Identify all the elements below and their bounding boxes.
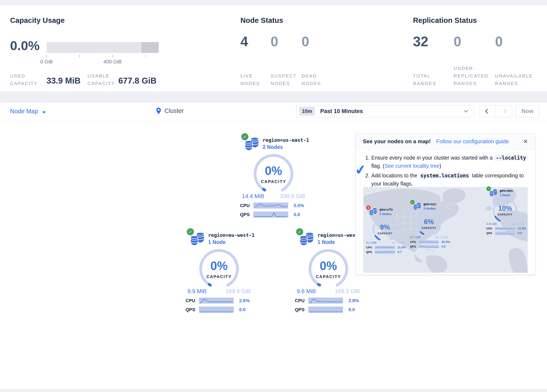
map-pin-icon [156,108,161,114]
system-locations-code: system.locations [419,172,471,179]
close-icon[interactable]: ✕ [523,138,528,145]
capacity-bar [47,42,159,53]
qps-sparkline [253,212,288,218]
status-ok-icon: ✓ [187,228,194,235]
usable-capacity-label: USABLECAPACITY [88,72,115,87]
status-ok-icon: ✓ [486,186,491,191]
gauge-capacity-label: CAPACITY [308,274,349,279]
qps-sparkline [308,307,343,313]
node-status-title: Node Status [240,16,283,25]
cpu-value: 11.0% [395,246,409,249]
capacity-bar-reserved [141,42,159,53]
map-region-group-nyc[interactable]: ✓ geo=nyc 2 Nodes 6% CAPACITY 3.7 GiB 65… [410,201,456,248]
capacity-gauge: 6% CAPACITY [416,211,442,235]
time-range-select[interactable]: 10m Past 10 Minutes [296,105,474,117]
breadcrumb-label: Cluster [164,107,184,114]
map-region-group-ams[interactable]: ✓ geo=ams 1 Node 10% CAPACITY 3.6 GiB 34… [486,188,532,235]
region-node-count[interactable]: 1 Node [208,239,255,245]
qps-label: QPS [486,232,495,235]
qps-value: 4.7 [395,250,409,254]
gauge-percent: 0% [308,259,349,273]
region-node-count[interactable]: 2 Nodes [379,212,393,216]
region-group-us-east-1[interactable]: ✓ region=us-east-1 2 Nodes 0% CAPACITY 1… [240,135,307,218]
gauge-capacity-label: CAPACITY [372,232,398,235]
gauge-percent: 0% [198,259,240,273]
region-label: region=us-east-1 [263,137,309,143]
live-nodes-label: LIVENODES [240,72,260,87]
setup-step-2: 2. Add locations to the system.locations… [364,172,528,188]
dead-nodes-label: DEADNODES [301,72,321,87]
cpu-value: 12.3% [515,227,529,230]
qps-sparkline [375,250,395,254]
blue-check-icon: ✔ [354,161,367,179]
region-node-count[interactable]: 2 Nodes [263,144,309,150]
gauge-percent: 10% [492,204,518,212]
capacity-gauge: 0% CAPACITY [198,248,240,288]
qps-sparkline [495,232,515,235]
qps-sparkline [419,245,439,248]
region-group-eu-west-1[interactable]: ✓ region=eu-west-1 1 Node 0% CAPACITY 9.… [185,230,253,313]
chevron-down-icon [464,109,468,112]
qps-value: 0.0 [515,231,529,235]
qps-value: 0.0 [343,307,364,312]
capacity-gauge: 0% CAPACITY [308,248,349,288]
cpu-value: 2.8% [343,298,364,303]
cpu-value: 5.5% [288,203,309,208]
used-capacity-label: USEDCAPACITY [10,72,38,87]
capacity-percent: 0.0% [10,39,40,52]
cluster-summary-panel: Capacity Usage 0.0% 0 GiB 400 GiB USEDCA… [0,5,547,92]
region-node-count[interactable]: 1 Node [500,193,513,197]
unavailable-ranges-count: 0 [495,34,503,48]
region-node-count[interactable]: 2 Nodes [424,207,437,210]
view-selector-dropdown[interactable]: Node Map [10,108,46,115]
gauge-capacity-label: CAPACITY [492,213,518,216]
region-group-us-west-1[interactable]: ✓ region=us-west-1 1 Node 0% CAPACITY 9.… [295,230,362,313]
popup-title: See your nodes on a map! [363,138,431,145]
capacity-gauge: 0% CAPACITY [253,153,294,193]
total-ranges-count: 32 [413,34,428,48]
cpu-label: CPU [240,203,253,208]
qps-label: QPS [240,212,253,217]
cpu-label: CPU [185,298,199,303]
configuration-guide-link[interactable]: Follow our configuration guide [436,138,509,145]
unavailable-ranges-label: UNAVAILABLERANGES [495,72,533,87]
cpu-label: CPU [295,298,308,303]
cpu-label: CPU [486,227,495,230]
cpu-sparkline [253,202,288,209]
breadcrumb[interactable]: Cluster [156,107,184,114]
replication-status-title: Replication Status [413,16,477,25]
cpu-label: CPU [366,246,375,249]
view-selector-label: Node Map [10,108,38,115]
qps-value: 0.0 [288,212,309,217]
qps-sparkline [199,307,234,313]
qps-label: QPS [366,250,375,254]
cpu-value: 2.6% [234,298,255,303]
setup-step-1: 1. Ensure every node in your cluster was… [364,154,528,170]
map-region-group-sfo[interactable]: 1 geo=sfo 2 Nodes 9% CAPACITY 3.2 GiB 35… [366,207,412,254]
time-back-button[interactable] [479,105,495,117]
cpu-sparkline [375,246,395,249]
locality-tree-link[interactable]: See current locality tree [384,163,440,169]
suspect-nodes-label: SUSPECTNODES [271,72,297,87]
usable-capacity-value: 677.8 GiB [118,76,157,85]
capacity-usage-title: Capacity Usage [10,16,65,25]
status-ok-icon: ✓ [241,133,248,140]
capacity-gauge: 10% CAPACITY [492,198,518,221]
status-warning-icon: 1 [366,205,371,210]
gauge-percent: 0% [253,164,294,178]
gauge-percent: 6% [416,218,442,226]
page-bottom-strip [0,389,547,392]
now-button[interactable]: Now [516,105,539,117]
gauge-capacity-label: CAPACITY [253,179,294,184]
popup-header: See your nodes on a map! Follow our conf… [356,134,535,150]
status-ok-icon: ✓ [296,228,303,235]
qps-label: QPS [185,307,199,312]
cpu-value: 42.5% [439,240,453,244]
gauge-capacity-label: CAPACITY [198,274,240,279]
capacity-tick-400: 400 GiB [101,59,124,65]
capacity-tick-0: 0 GiB [35,59,58,65]
qps-value: 0.0 [234,307,255,312]
time-forward-button[interactable] [495,105,512,117]
under-replicated-label: UNDER-REPLICATEDRANGES [454,65,489,87]
dead-nodes-count: 0 [301,34,309,48]
